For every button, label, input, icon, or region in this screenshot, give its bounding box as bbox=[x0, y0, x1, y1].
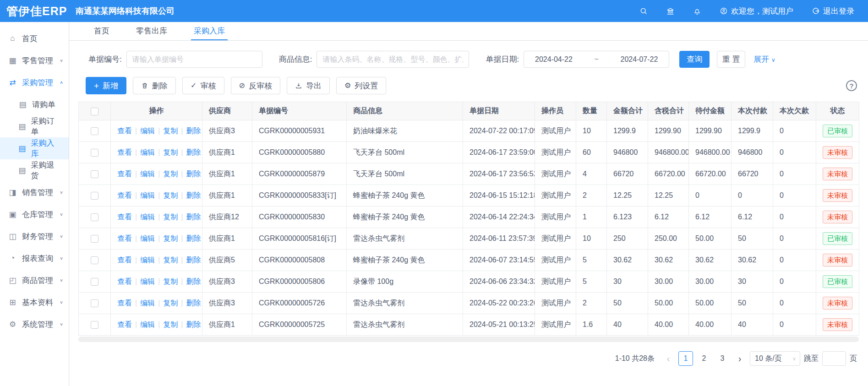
sidebar-item-purchase-return[interactable]: ▤ 采购退货 bbox=[0, 159, 69, 181]
sidebar-item-home[interactable]: ⌂ 首页 bbox=[0, 27, 69, 49]
delete-link[interactable]: 删除 bbox=[186, 148, 201, 156]
row-checkbox[interactable] bbox=[91, 321, 98, 329]
view-link[interactable]: 查看 bbox=[117, 299, 132, 307]
user-menu[interactable]: 欢迎您，测试用户 bbox=[720, 6, 793, 16]
chevron-icon: ∨ bbox=[60, 256, 63, 261]
add-button[interactable]: + 新增 bbox=[86, 77, 126, 94]
tab-retail-outbound[interactable]: 零售出库 bbox=[133, 22, 170, 40]
column-settings-button[interactable]: ⚙ 列设置 bbox=[336, 77, 386, 94]
sidebar-item-goods[interactable]: ◰ 商品管理 ∨ bbox=[0, 269, 69, 291]
sidebar-item-retail[interactable]: ▦ 零售管理 ∨ bbox=[0, 49, 69, 71]
logout-button[interactable]: 退出登录 bbox=[812, 6, 854, 16]
search-icon[interactable] bbox=[639, 7, 648, 15]
view-link[interactable]: 查看 bbox=[117, 191, 132, 199]
row-checkbox[interactable] bbox=[91, 235, 98, 243]
cell-status: 未审核 bbox=[816, 207, 859, 228]
copy-link[interactable]: 复制 bbox=[163, 148, 178, 156]
row-checkbox[interactable] bbox=[91, 278, 98, 286]
sidebar-item-finance[interactable]: ◫ 财务管理 ∨ bbox=[0, 225, 69, 247]
copy-link[interactable]: 复制 bbox=[163, 299, 178, 307]
delete-link[interactable]: 删除 bbox=[186, 170, 201, 178]
row-checkbox[interactable] bbox=[91, 256, 98, 264]
delete-link[interactable]: 删除 bbox=[186, 256, 201, 264]
view-link[interactable]: 查看 bbox=[117, 127, 132, 135]
delete-link[interactable]: 删除 bbox=[186, 321, 201, 328]
help-icon[interactable]: ? bbox=[846, 80, 857, 91]
row-checkbox[interactable] bbox=[91, 149, 98, 157]
copy-link[interactable]: 复制 bbox=[163, 191, 178, 199]
row-checkbox[interactable] bbox=[91, 299, 98, 307]
order-no-input[interactable] bbox=[126, 51, 262, 68]
sidebar-item-purchase-inbound[interactable]: ▤ 采购入库 bbox=[0, 137, 69, 159]
unaudit-button[interactable]: ⊘ 反审核 bbox=[231, 77, 280, 94]
date-start[interactable]: 2024-04-22 bbox=[535, 55, 573, 64]
sidebar-item-purchase[interactable]: ⇄ 采购管理 ∧ bbox=[0, 71, 69, 93]
copy-link[interactable]: 复制 bbox=[163, 213, 178, 221]
copy-link[interactable]: 复制 bbox=[163, 170, 178, 178]
date-range-picker[interactable]: 2024-04-22 ~ 2024-07-22 bbox=[524, 51, 669, 68]
row-checkbox[interactable] bbox=[91, 213, 98, 221]
row-checkbox[interactable] bbox=[91, 170, 98, 178]
edit-link[interactable]: 编辑 bbox=[140, 234, 155, 242]
bell-icon[interactable] bbox=[693, 7, 701, 15]
edit-link[interactable]: 编辑 bbox=[140, 321, 155, 328]
view-link[interactable]: 查看 bbox=[117, 148, 132, 156]
row-checkbox[interactable] bbox=[91, 192, 98, 200]
page-button-3[interactable]: 3 bbox=[715, 351, 730, 366]
delete-link[interactable]: 删除 bbox=[186, 127, 201, 135]
date-end[interactable]: 2024-07-22 bbox=[621, 55, 658, 64]
tab-home[interactable]: 首页 bbox=[91, 22, 112, 40]
next-page-button[interactable]: › bbox=[733, 353, 746, 364]
edit-link[interactable]: 编辑 bbox=[140, 256, 155, 264]
page-button-1[interactable]: 1 bbox=[678, 351, 693, 366]
page-size-select[interactable]: 10 条/页 ∨ bbox=[750, 351, 800, 366]
product-info-input[interactable] bbox=[317, 51, 469, 68]
edit-link[interactable]: 编辑 bbox=[140, 213, 155, 221]
view-link[interactable]: 查看 bbox=[117, 213, 132, 221]
sidebar-item-sales[interactable]: ◨ 销售管理 ∨ bbox=[0, 181, 69, 203]
copy-link[interactable]: 复制 bbox=[163, 127, 178, 135]
edit-link[interactable]: 编辑 bbox=[140, 299, 155, 307]
page-button-2[interactable]: 2 bbox=[697, 351, 711, 366]
tab-purchase-inbound[interactable]: 采购入库 bbox=[191, 22, 228, 40]
delete-button[interactable]: 删除 bbox=[133, 77, 176, 94]
view-link[interactable]: 查看 bbox=[117, 170, 132, 178]
delete-link[interactable]: 删除 bbox=[186, 191, 201, 199]
sidebar-item-basic-data[interactable]: ⊞ 基本资料 ∨ bbox=[0, 291, 69, 313]
edit-link[interactable]: 编辑 bbox=[140, 277, 155, 285]
view-link[interactable]: 查看 bbox=[117, 234, 132, 242]
bank-icon[interactable] bbox=[666, 7, 675, 16]
search-button[interactable]: 查询 bbox=[679, 51, 710, 68]
copy-link[interactable]: 复制 bbox=[163, 234, 178, 242]
delete-link[interactable]: 删除 bbox=[186, 299, 201, 307]
sidebar-item-system[interactable]: ⚙ 系统管理 ∨ bbox=[0, 313, 69, 335]
view-link[interactable]: 查看 bbox=[117, 321, 132, 328]
cell-order-no: CGRK00000005830 bbox=[252, 207, 347, 228]
delete-link[interactable]: 删除 bbox=[186, 234, 201, 242]
edit-link[interactable]: 编辑 bbox=[140, 127, 155, 135]
edit-link[interactable]: 编辑 bbox=[140, 191, 155, 199]
jump-page-input[interactable] bbox=[822, 351, 846, 366]
copy-link[interactable]: 复制 bbox=[163, 321, 178, 328]
table-row: 查看|编辑|复制|删除 供应商12 CGRK00000005830 蜂蜜柚子茶 … bbox=[79, 207, 859, 228]
delete-link[interactable]: 删除 bbox=[186, 277, 201, 285]
prev-page-button[interactable]: ‹ bbox=[662, 353, 675, 364]
view-link[interactable]: 查看 bbox=[117, 277, 132, 285]
sidebar-item-purchase-request[interactable]: ▤ 请购单 bbox=[0, 93, 69, 115]
edit-link[interactable]: 编辑 bbox=[140, 148, 155, 156]
sidebar-item-reports[interactable]: ◔ 报表查询 ∨ bbox=[0, 247, 69, 269]
edit-link[interactable]: 编辑 bbox=[140, 170, 155, 178]
expand-link[interactable]: 展开 ∨ bbox=[753, 54, 775, 65]
export-button[interactable]: 导出 bbox=[287, 77, 330, 94]
audit-button[interactable]: ✓ 审核 bbox=[182, 77, 224, 94]
view-link[interactable]: 查看 bbox=[117, 256, 132, 264]
horizontal-scrollbar[interactable] bbox=[78, 337, 859, 342]
reset-button[interactable]: 重 置 bbox=[717, 51, 745, 68]
sidebar-item-purchase-order[interactable]: ▤ 采购订单 bbox=[0, 115, 69, 137]
sidebar-item-warehouse[interactable]: ▣ 仓库管理 ∨ bbox=[0, 203, 69, 225]
row-checkbox[interactable] bbox=[91, 127, 98, 135]
delete-link[interactable]: 删除 bbox=[186, 213, 201, 221]
select-all-checkbox[interactable] bbox=[91, 108, 98, 115]
copy-link[interactable]: 复制 bbox=[163, 256, 178, 264]
copy-link[interactable]: 复制 bbox=[163, 277, 178, 285]
